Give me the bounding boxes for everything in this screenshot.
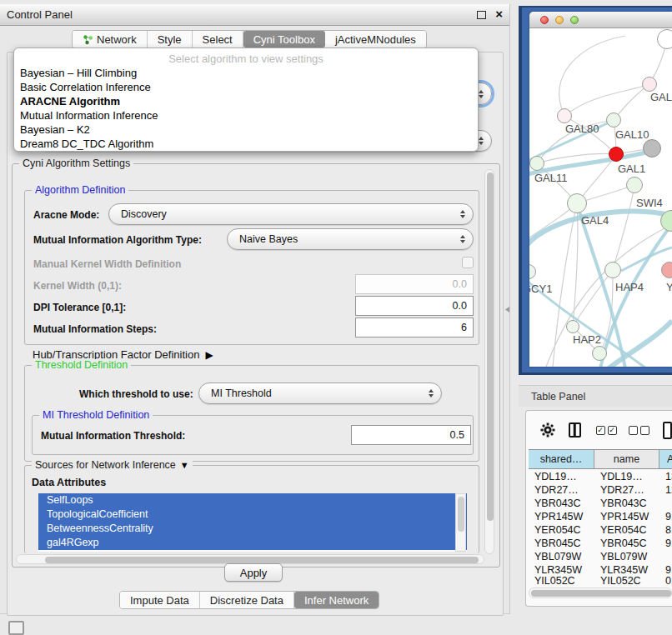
node-label: GCY1 xyxy=(529,282,552,295)
cyni-bottom-tabstrip: Impute Data Discretize Data Infer Networ… xyxy=(119,591,379,609)
network-node-pink[interactable] xyxy=(661,262,672,278)
tab-jactivemnodules[interactable]: jActiveMNodules xyxy=(325,31,426,48)
column-header-name[interactable]: name xyxy=(594,450,659,468)
network-node[interactable] xyxy=(642,77,657,92)
column-header-clipped[interactable]: A xyxy=(659,450,672,468)
tab-infer-network[interactable]: Infer Network xyxy=(294,592,379,608)
table-toolbar: ✓ ✓ xyxy=(526,416,672,444)
which-threshold-combo[interactable]: MI Threshold xyxy=(198,382,442,404)
deselect-all-checkboxes-icon[interactable] xyxy=(629,426,649,435)
list-item[interactable]: BetweennessCentrality xyxy=(38,522,467,536)
table-hscrollbar-thumb[interactable] xyxy=(531,590,671,597)
dropdown-item[interactable]: Basic Correlation Inference xyxy=(14,80,478,94)
tab-cyni-toolbox[interactable]: Cyni Toolbox xyxy=(243,31,325,48)
aracne-mode-combo[interactable]: Discovery xyxy=(108,203,474,225)
dpi-tolerance-label: DPI Tolerance [0,1]: xyxy=(33,302,126,313)
list-scrollbar-thumb[interactable] xyxy=(458,497,464,532)
maximize-traffic-light[interactable] xyxy=(570,16,579,24)
network-node-gal11[interactable] xyxy=(529,156,544,171)
table-horizontal-scrollbar[interactable] xyxy=(529,588,672,598)
docked-panel-icon[interactable] xyxy=(8,621,24,635)
table-rows: YDL19… YDL19… 13 YDR27… YDR27… 12 YBR043… xyxy=(529,470,672,585)
data-attributes-list[interactable]: SelfLoops TopologicalCoefficient Between… xyxy=(38,493,467,552)
dropdown-item[interactable]: Bayesian – Hill Climbing xyxy=(14,66,478,80)
network-window-titlebar[interactable] xyxy=(529,12,672,28)
dropdown-item-selected[interactable]: ARACNE Algorithm xyxy=(14,94,478,108)
network-node-hap2[interactable] xyxy=(566,320,579,333)
list-item[interactable]: TopologicalCoefficient xyxy=(38,508,467,522)
mi-threshold-definition-title: MI Threshold Definition xyxy=(39,409,153,421)
kernel-width-label: Kernel Width (0,1): xyxy=(33,280,122,292)
network-node-gal80[interactable] xyxy=(557,108,572,123)
list-vertical-scrollbar[interactable] xyxy=(455,493,466,552)
apply-button[interactable]: Apply xyxy=(224,563,283,582)
control-panel: Control Panel × Network Style Se xyxy=(0,4,510,614)
node-label: SWI4 xyxy=(636,197,663,209)
table-row[interactable]: YDL19… YDL19… 13 xyxy=(529,470,672,483)
mi-steps-field[interactable]: 6 xyxy=(355,318,474,338)
dropdown-placeholder[interactable]: Select algorithm to view settings xyxy=(14,52,478,66)
network-node-gray[interactable] xyxy=(643,139,661,158)
close-traffic-light[interactable] xyxy=(540,16,549,24)
which-threshold-label: Which threshold to use: xyxy=(79,388,193,400)
gear-icon[interactable] xyxy=(539,422,556,438)
mi-threshold-definition-group: MI Threshold Definition Mutual Informati… xyxy=(32,415,474,455)
table-row[interactable]: YBL079W YBL079W xyxy=(529,550,672,563)
network-view-frame: GAL GAL80 GAL10 GAL1 GAL11 SWI4 GAL4 GCY… xyxy=(519,6,672,375)
settings-scrollbar-thumb[interactable] xyxy=(487,172,494,521)
table-row[interactable]: YER054C YER054C 8. xyxy=(529,523,672,537)
network-node-gal10[interactable] xyxy=(606,112,621,128)
network-node-hap4[interactable] xyxy=(604,262,621,278)
select-all-checkboxes-icon[interactable]: ✓ ✓ xyxy=(596,426,617,435)
tab-discretize-data[interactable]: Discretize Data xyxy=(200,592,294,608)
settings-vertical-scrollbar[interactable] xyxy=(484,169,494,554)
list-item[interactable]: gal4RGexp xyxy=(38,536,467,550)
close-panel-icon[interactable]: × xyxy=(495,7,503,21)
node-label: HAP2 xyxy=(573,333,601,346)
network-canvas[interactable]: GAL GAL80 GAL10 GAL1 GAL11 SWI4 GAL4 GCY… xyxy=(529,29,672,367)
tab-select[interactable]: Select xyxy=(193,31,243,48)
dropdown-item[interactable]: Bayesian – K2 xyxy=(14,122,478,137)
dpi-tolerance-field[interactable]: 0.0 xyxy=(355,296,474,316)
network-node-gal1[interactable] xyxy=(626,177,643,193)
network-node[interactable] xyxy=(657,29,672,49)
manual-kernel-width-checkbox[interactable] xyxy=(462,257,474,268)
split-columns-icon[interactable] xyxy=(569,422,581,438)
network-node-selected-red[interactable] xyxy=(609,147,624,162)
algorithm-dropdown-popup: Select algorithm to view settings Bayesi… xyxy=(13,48,479,152)
node-label: GAL xyxy=(650,91,672,103)
settings-hscrollbar-thumb[interactable] xyxy=(45,557,479,563)
data-attributes-label: Data Attributes xyxy=(32,477,106,488)
node-label: GAL10 xyxy=(615,128,649,141)
network-node[interactable] xyxy=(592,346,607,361)
new-file-icon[interactable] xyxy=(663,422,672,439)
collapsed-arrow-icon[interactable]: ▶ xyxy=(205,349,213,361)
mi-threshold-field[interactable]: 0.5 xyxy=(351,425,471,445)
node-label: GAL4 xyxy=(581,214,609,227)
network-node-gal4[interactable] xyxy=(567,193,587,213)
node-label: HAP4 xyxy=(615,281,644,293)
network-tab-icon xyxy=(83,34,93,45)
float-panel-icon[interactable] xyxy=(477,11,486,19)
kernel-width-field[interactable]: 0.0 xyxy=(355,274,474,294)
table-row[interactable]: YBR045C YBR045C 9. xyxy=(529,537,672,550)
dropdown-item[interactable]: Dream8 DC_TDC Algorithm xyxy=(14,137,478,151)
minimize-traffic-light[interactable] xyxy=(555,16,564,24)
mi-algorithm-type-combo[interactable]: Naive Bayes xyxy=(227,228,474,250)
aracne-mode-label: Aracne Mode: xyxy=(33,209,99,221)
tab-style[interactable]: Style xyxy=(148,31,193,48)
tab-impute-data[interactable]: Impute Data xyxy=(120,592,200,608)
sources-group: Sources for Network Inference ▼ Data Att… xyxy=(24,465,479,553)
table-row[interactable]: YPR145W YPR145W 9. xyxy=(529,510,672,523)
column-header-shared-name[interactable]: shared… xyxy=(529,450,594,468)
table-row-clipped[interactable]: YIL052C YIL052C 0. xyxy=(529,577,672,585)
expanded-arrow-icon[interactable]: ▼ xyxy=(180,460,189,470)
table-row[interactable]: YLR345W YLR345W 9. xyxy=(529,563,672,577)
dropdown-item[interactable]: Mutual Information Inference xyxy=(14,108,478,122)
list-item[interactable]: SelfLoops xyxy=(38,493,467,508)
table-row[interactable]: YDR27… YDR27… 12 xyxy=(529,483,672,497)
settings-group-title: Cyni Algorithm Settings xyxy=(19,158,133,169)
tab-network[interactable]: Network xyxy=(73,31,148,48)
network-window[interactable]: GAL GAL80 GAL10 GAL1 GAL11 SWI4 GAL4 GCY… xyxy=(529,12,672,367)
table-row[interactable]: YBR043C YBR043C xyxy=(529,497,672,510)
